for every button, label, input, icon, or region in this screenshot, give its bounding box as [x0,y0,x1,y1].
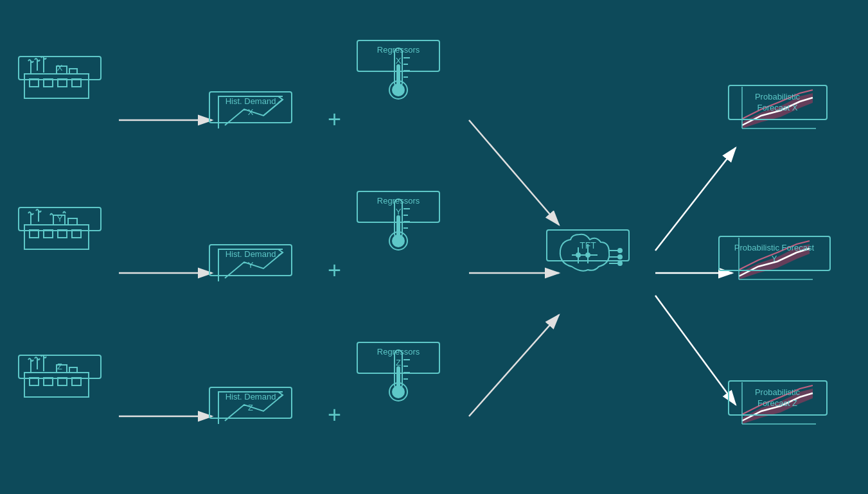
plus-y: + [328,257,341,284]
factory-x-box: X [18,56,102,80]
forecast-y-box: Probabilistic ForecastY [718,236,831,271]
plus-x: + [328,106,341,133]
forecast-z-box: ProbabilisticForecast Z [728,380,828,416]
hist-demand-z-label: Hist. DemandZ [226,392,276,414]
svg-point-59 [392,385,405,398]
svg-point-41 [392,234,405,247]
svg-line-8 [655,148,736,251]
svg-line-5 [469,120,559,225]
plus-z: + [328,401,341,428]
hist-demand-y-container: Hist. DemandY [212,243,289,288]
forecast-x-box: ProbabilisticForecast X [728,85,828,120]
factory-z-container: Z [18,353,102,405]
forecast-y-label: Probabilistic ForecastY [734,243,814,265]
hist-demand-z-box: Hist. DemandZ [209,387,292,419]
regressors-x-label: RegressorsX [377,45,420,67]
regressors-y-container: RegressorsY [366,190,430,254]
factory-y-container: Y [18,206,102,257]
hist-demand-z-container: Hist. DemandZ [212,385,289,430]
svg-line-7 [469,315,559,416]
hist-demand-y-box: Hist. DemandY [209,244,292,276]
forecast-x-container: ProbabilisticForecast X [736,84,819,132]
factory-y-box: Y [18,207,102,231]
regressors-y-box: RegressorsY [357,191,440,223]
forecast-z-label: ProbabilisticForecast Z [755,387,800,409]
forecast-x-label: ProbabilisticForecast X [755,92,800,114]
forecast-z-container: ProbabilisticForecast Z [736,379,819,427]
hist-demand-x-box: Hist. DemandX [209,91,292,123]
hist-demand-y-label: Hist. DemandY [226,249,276,271]
hist-demand-x-label: Hist. DemandX [226,96,276,118]
svg-point-24 [392,84,405,96]
regressors-z-box: RegressorsZ [357,342,440,374]
forecast-y-container: Probabilistic ForecastY [732,234,816,283]
regressors-x-container: RegressorsX [366,39,430,103]
factory-z-box: Z [18,355,102,379]
regressors-z-container: RegressorsZ [366,340,430,405]
tft-box: TFT [546,229,630,261]
svg-line-10 [655,296,736,405]
regressors-x-box: RegressorsX [357,40,440,72]
regressors-y-label: RegressorsY [377,196,420,218]
svg-point-69 [618,261,622,265]
regressors-z-label: RegressorsZ [377,347,420,369]
diagram: X Hist. DemandX + [0,0,868,494]
tft-container: TFT [553,228,623,279]
hist-demand-x-container: Hist. DemandX [212,90,289,135]
factory-x-container: X [18,55,102,106]
